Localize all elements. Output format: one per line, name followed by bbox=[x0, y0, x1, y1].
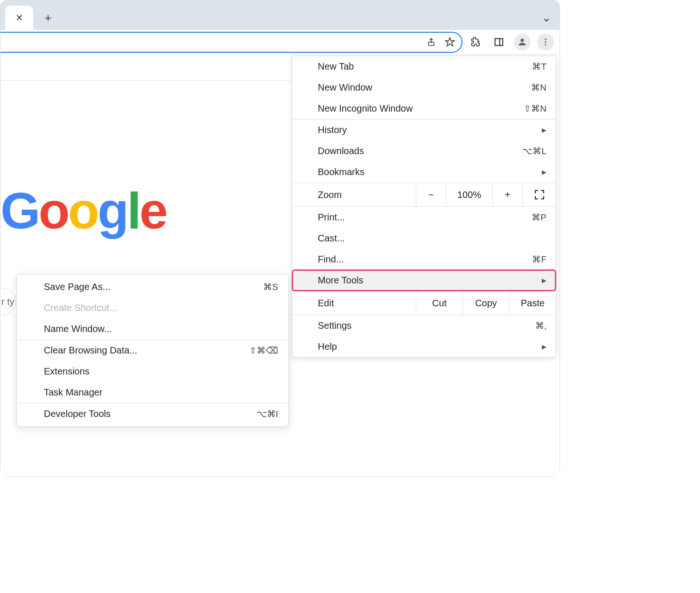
shortcut: ⌘P bbox=[532, 212, 546, 223]
new-tab-button[interactable]: + bbox=[39, 8, 57, 27]
chevron-right-icon: ▶ bbox=[542, 343, 546, 350]
menu-label: Save Page As... bbox=[44, 282, 110, 292]
shortcut: ⌥⌘I bbox=[257, 409, 278, 419]
svg-marker-1 bbox=[446, 38, 454, 46]
svg-point-6 bbox=[545, 41, 546, 42]
shortcut: ⌘, bbox=[535, 320, 546, 331]
menu-label: More Tools bbox=[318, 275, 363, 286]
google-logo: Google bbox=[0, 181, 178, 240]
shortcut: ⌘S bbox=[263, 282, 278, 292]
menu-label: Find... bbox=[318, 254, 344, 265]
extensions-icon[interactable] bbox=[467, 34, 484, 50]
menu-label: Cast... bbox=[318, 233, 345, 244]
tab-strip: ✕ + ⌄ bbox=[0, 0, 560, 30]
menu-print[interactable]: Print... ⌘P bbox=[292, 207, 556, 228]
menu-bookmarks[interactable]: Bookmarks ▶ bbox=[292, 162, 556, 183]
menu-label: Extensions bbox=[44, 366, 90, 377]
svg-point-5 bbox=[545, 39, 546, 40]
edit-label: Edit bbox=[292, 298, 416, 309]
menu-label: Bookmarks bbox=[318, 167, 364, 177]
close-icon[interactable]: ✕ bbox=[15, 12, 23, 23]
submenu-clear-browsing[interactable]: Clear Browsing Data... ⇧⌘⌫ bbox=[17, 340, 288, 361]
menu-find[interactable]: Find... ⌘F bbox=[292, 249, 556, 270]
menu-settings[interactable]: Settings ⌘, bbox=[292, 315, 556, 336]
menu-label: Settings bbox=[318, 320, 351, 331]
menu-new-tab[interactable]: New Tab ⌘T bbox=[292, 56, 556, 77]
menu-zoom: Zoom − 100% + bbox=[292, 183, 556, 207]
menu-new-window[interactable]: New Window ⌘N bbox=[292, 77, 556, 98]
shortcut: ⌘T bbox=[532, 61, 546, 72]
shortcut: ⇧⌘⌫ bbox=[249, 345, 278, 356]
submenu-name-window[interactable]: Name Window... bbox=[17, 318, 288, 339]
submenu-save-page[interactable]: Save Page As... ⌘S bbox=[17, 276, 288, 297]
menu-label: Help bbox=[318, 341, 337, 352]
menu-edit: Edit Cut Copy Paste bbox=[292, 291, 556, 315]
submenu-extensions[interactable]: Extensions bbox=[17, 361, 288, 382]
zoom-in-button[interactable]: + bbox=[492, 183, 522, 206]
fullscreen-icon bbox=[535, 190, 544, 199]
active-tab[interactable]: ✕ bbox=[5, 6, 33, 30]
menu-label: New Tab bbox=[318, 61, 354, 72]
chevron-right-icon: ▶ bbox=[542, 127, 546, 134]
tabs-dropdown[interactable]: ⌄ bbox=[542, 11, 551, 24]
chevron-right-icon: ▶ bbox=[542, 169, 546, 176]
shortcut: ⌘F bbox=[532, 254, 546, 265]
menu-label: Name Window... bbox=[44, 324, 112, 334]
menu-label: New Window bbox=[318, 82, 372, 93]
menu-label: Print... bbox=[318, 212, 345, 223]
menu-label: Downloads bbox=[318, 146, 364, 156]
chevron-down-icon: ⌄ bbox=[542, 11, 551, 24]
cut-button[interactable]: Cut bbox=[416, 291, 462, 315]
browser-window: ✕ + ⌄ bbox=[0, 0, 560, 477]
profile-icon[interactable] bbox=[514, 34, 531, 50]
address-bar[interactable] bbox=[0, 32, 462, 53]
menu-new-incognito[interactable]: New Incognito Window ⇧⌘N bbox=[292, 98, 556, 119]
svg-point-4 bbox=[520, 39, 524, 42]
share-icon[interactable] bbox=[426, 37, 436, 47]
menu-label: New Incognito Window bbox=[318, 103, 413, 114]
menu-label: Developer Tools bbox=[44, 409, 111, 419]
star-icon[interactable] bbox=[445, 37, 455, 47]
zoom-label: Zoom bbox=[292, 190, 416, 200]
submenu-task-manager[interactable]: Task Manager bbox=[17, 382, 288, 403]
copy-button[interactable]: Copy bbox=[462, 291, 509, 315]
menu-downloads[interactable]: Downloads ⌥⌘L bbox=[292, 141, 556, 162]
main-menu: New Tab ⌘T New Window ⌘N New Incognito W… bbox=[292, 56, 556, 358]
shortcut: ⇧⌘N bbox=[524, 103, 546, 114]
search-fragment: r ty bbox=[1, 296, 14, 307]
more-menu-button[interactable] bbox=[537, 34, 554, 50]
menu-help[interactable]: Help ▶ bbox=[292, 336, 556, 357]
menu-label: History bbox=[318, 125, 347, 135]
paste-button[interactable]: Paste bbox=[509, 291, 556, 315]
svg-rect-2 bbox=[495, 39, 503, 46]
toolbar bbox=[0, 30, 560, 55]
shortcut: ⌥⌘L bbox=[522, 146, 546, 156]
menu-label: Clear Browsing Data... bbox=[44, 345, 137, 356]
submenu-create-shortcut: Create Shortcut... bbox=[17, 297, 288, 318]
search-input[interactable]: r ty bbox=[0, 288, 16, 315]
svg-point-7 bbox=[545, 44, 546, 45]
menu-label: Task Manager bbox=[44, 387, 103, 398]
menu-label: Create Shortcut... bbox=[44, 303, 117, 313]
chevron-right-icon: ▶ bbox=[542, 277, 546, 284]
submenu-developer-tools[interactable]: Developer Tools ⌥⌘I bbox=[17, 403, 288, 424]
menu-history[interactable]: History ▶ bbox=[292, 120, 556, 141]
menu-more-tools[interactable]: More Tools ▶ bbox=[292, 270, 556, 291]
more-tools-submenu: Save Page As... ⌘S Create Shortcut... Na… bbox=[16, 274, 289, 427]
toolbar-icons bbox=[467, 34, 554, 50]
zoom-out-button[interactable]: − bbox=[416, 183, 446, 206]
shortcut: ⌘N bbox=[531, 82, 546, 93]
fullscreen-button[interactable] bbox=[522, 183, 556, 206]
zoom-percent: 100% bbox=[446, 183, 492, 206]
sidepanel-icon[interactable] bbox=[490, 34, 507, 50]
menu-cast[interactable]: Cast... bbox=[292, 228, 556, 249]
